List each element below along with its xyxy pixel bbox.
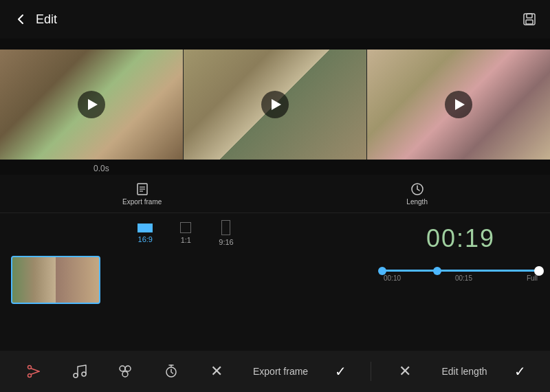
play-button-3[interactable] (445, 91, 472, 118)
length-icon (410, 182, 425, 197)
header-left: Edit (11, 10, 57, 29)
edit-length-button[interactable]: Edit length (441, 366, 487, 377)
slider-dot-end[interactable] (534, 266, 544, 276)
play-triangle-1 (88, 99, 98, 110)
time-label: 0.0s (94, 164, 109, 173)
svg-point-16 (122, 371, 128, 377)
svg-point-15 (125, 366, 131, 371)
spacer (0, 39, 550, 50)
action-right: ✕ Edit length ✓ (371, 362, 550, 381)
slider-fill (382, 270, 539, 272)
timeline-strip (0, 250, 371, 309)
play-triangle-3 (455, 99, 465, 110)
svg-point-13 (82, 372, 86, 376)
timer-icon[interactable] (162, 362, 181, 381)
action-left: ✕ Export frame ✓ (0, 362, 371, 381)
play-button-2[interactable] (261, 91, 289, 118)
confirm-edit-button[interactable]: ✓ (514, 363, 526, 380)
export-frame-icon (135, 182, 150, 197)
scissors-icon[interactable] (24, 362, 43, 381)
ts2 (56, 257, 99, 303)
timeline-thumb (11, 256, 100, 304)
svg-line-11 (31, 371, 39, 374)
back-button[interactable] (11, 10, 30, 29)
left-panel: 16:9 1:1 9:16 (0, 213, 371, 364)
svg-point-12 (74, 373, 78, 378)
video-cell-1[interactable] (0, 50, 184, 160)
aspect-label-16-9: 16:9 (138, 235, 153, 243)
aspect-ratio-9-16[interactable]: 9:16 (219, 220, 233, 246)
save-button[interactable] (520, 10, 539, 29)
page-title: Edit (36, 12, 57, 27)
export-frame-label: Export frame (122, 198, 162, 206)
confirm-export-button[interactable]: ✓ (335, 363, 346, 380)
slider-track (382, 270, 539, 272)
video-cell-2[interactable] (184, 50, 367, 160)
length-label: Length (406, 198, 428, 206)
music-icon[interactable] (70, 362, 89, 381)
cancel-edit-button[interactable]: ✕ (395, 362, 415, 381)
thumb-strip-inner (12, 257, 99, 303)
slider-label-1: 00:10 (384, 274, 401, 282)
aspect-ratio-16-9[interactable]: 16:9 (138, 224, 153, 243)
export-frame-button[interactable]: Export frame (253, 366, 308, 377)
toolbar-item-length[interactable]: Length (395, 179, 439, 208)
right-panel: 00:19 00:10 00:15 Full (371, 213, 550, 364)
action-bar: ✕ Export frame ✓ ✕ Edit length ✓ (0, 351, 550, 392)
duration-display: 00:19 (382, 224, 539, 253)
aspect-label-9-16: 9:16 (219, 238, 233, 246)
slider-container[interactable]: 00:10 00:15 Full (382, 264, 539, 287)
svg-rect-1 (527, 14, 532, 18)
bottom-panel: 16:9 1:1 9:16 00:19 (0, 213, 550, 364)
toolbar: Export frame Length (0, 175, 550, 213)
aspect-label-1-1: 1:1 (181, 236, 191, 244)
play-button-1[interactable] (78, 91, 105, 118)
slider-dot-start[interactable] (378, 267, 386, 275)
svg-line-10 (31, 369, 39, 371)
play-triangle-2 (272, 99, 281, 110)
slider-label-3: Full (527, 274, 538, 282)
slider-label-2: 00:15 (455, 274, 472, 282)
effects-icon[interactable] (116, 362, 135, 381)
aspect-ratio-row: 16:9 1:1 9:16 (0, 213, 371, 250)
header: Edit (0, 0, 550, 39)
aspect-box-1-1 (180, 222, 191, 233)
ts1 (12, 257, 56, 303)
slider-labels: 00:10 00:15 Full (382, 274, 539, 282)
timeline-info: 0.0s (0, 160, 550, 175)
aspect-ratio-1-1[interactable]: 1:1 (180, 222, 191, 244)
aspect-box-16-9 (138, 224, 153, 232)
svg-rect-2 (526, 20, 533, 24)
video-cell-3[interactable] (367, 50, 550, 160)
slider-dot-mid[interactable] (433, 267, 441, 275)
toolbar-item-export-frame[interactable]: Export frame (111, 179, 173, 208)
svg-point-14 (120, 366, 125, 371)
video-strip (0, 50, 550, 160)
cancel-export-button[interactable]: ✕ (207, 362, 226, 381)
aspect-box-9-16 (221, 220, 230, 235)
